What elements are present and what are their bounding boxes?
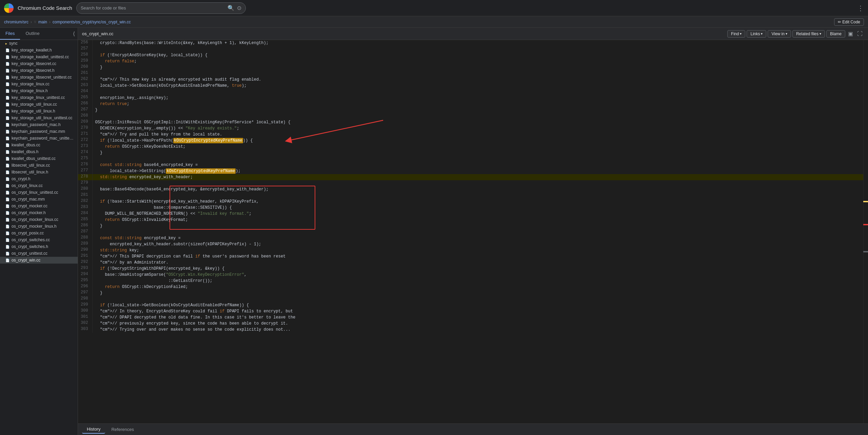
find-button[interactable]: Find ▾	[727, 30, 745, 38]
sidebar-item[interactable]: 📄key_storage_libsecret.h	[0, 67, 78, 74]
breadcrumb-branch[interactable]: main	[38, 20, 47, 24]
sidebar-item[interactable]: ▸sync	[0, 40, 78, 47]
line-number: 272	[78, 138, 92, 144]
line-number: 293	[78, 266, 92, 272]
line-code	[92, 156, 863, 162]
line-code: "cm">// Trying over and over makes no se…	[92, 327, 863, 333]
line-number: 257	[78, 46, 92, 52]
sidebar-item[interactable]: 📄os_crypt.h	[0, 175, 78, 182]
sidebar-item-label: os_crypt_switches.cc	[12, 237, 50, 242]
sidebar-item[interactable]: 📄keychain_password_mac.h	[0, 121, 78, 128]
tab-files[interactable]: Files	[0, 28, 20, 40]
sidebar-item-label: os_crypt_switches.h	[12, 244, 48, 249]
sidebar-item[interactable]: 📄os_crypt_mocker.h	[0, 209, 78, 216]
sidebar-item[interactable]: 📄keychain_password_mac_unittest.mm	[0, 135, 78, 142]
table-row: 293 if (!DecryptStringWithDPAPI(encrypte…	[78, 266, 863, 272]
sidebar-item[interactable]: 📄kwallet_dbus.cc	[0, 142, 78, 148]
blame-button[interactable]: Blame	[826, 30, 845, 38]
split-view-icon[interactable]: ▣	[847, 30, 854, 38]
sidebar-item[interactable]: 📄key_storage_linux_unittest.cc	[0, 94, 78, 101]
sidebar-item[interactable]: 📄key_storage_linux.h	[0, 87, 78, 94]
line-code: base::CompareCase::SENSITIVE)) {	[92, 205, 863, 211]
sidebar-item[interactable]: 📄os_crypt_mocker.cc	[0, 203, 78, 209]
code-container[interactable]: 256 crypto::RandBytes(base::WriteInto(&k…	[78, 40, 863, 423]
tab-history[interactable]: History	[82, 425, 105, 434]
file-icon: 📄	[5, 218, 9, 222]
sidebar-item[interactable]: 📄os_crypt_linux_unittest.cc	[0, 189, 78, 196]
sidebar-item[interactable]: 📄key_storage_libsecret_unittest.cc	[0, 74, 78, 81]
tab-outline[interactable]: Outline	[20, 28, 45, 40]
line-code: if (!DecryptStringWithDPAPI(encrypted_ke…	[92, 266, 863, 272]
sidebar-item[interactable]: 📄key_storage_util_linux.h	[0, 108, 78, 115]
sidebar-item-label: kwallet_dbus.h	[12, 149, 38, 154]
table-row: 273 return OSCrypt::kKeyDoesNotExist;	[78, 144, 863, 150]
sidebar-item[interactable]: 📄keychain_password_mac.mm	[0, 128, 78, 135]
table-row: 298	[78, 296, 863, 302]
sidebar-item[interactable]: 📄os_crypt_mocker_linux.cc	[0, 216, 78, 223]
line-code: return false;	[92, 58, 863, 64]
sidebar-item[interactable]: 📄os_crypt_switches.cc	[0, 236, 78, 243]
line-code: const std::string base64_encrypted_key =	[92, 162, 863, 168]
search-input[interactable]	[81, 5, 225, 11]
sidebar-collapse-icon[interactable]: ⟨	[70, 30, 78, 37]
breadcrumb-chromium[interactable]: chromium/src	[4, 20, 28, 24]
file-icon: 📄	[5, 258, 9, 262]
table-row: 267}	[78, 107, 863, 113]
more-options-icon[interactable]: ⋮	[857, 4, 864, 12]
sidebar-item[interactable]: 📄key_storage_kwallet.h	[0, 47, 78, 54]
sidebar-item[interactable]: 📄key_storage_linux.cc	[0, 81, 78, 87]
line-code: DCHECK(encryption_key_.empty()) << "Key …	[92, 125, 863, 131]
sidebar-item[interactable]: 📄os_crypt_win.cc	[0, 257, 78, 264]
line-code: }	[92, 107, 863, 113]
sidebar-item[interactable]: 📄os_crypt_posix.cc	[0, 230, 78, 236]
sidebar-item[interactable]: 📄os_crypt_linux.cc	[0, 182, 78, 189]
table-row: 295 ::GetLastError());	[78, 278, 863, 284]
table-row: 264	[78, 89, 863, 95]
sidebar-item[interactable]: 📄key_storage_libsecret.cc	[0, 60, 78, 67]
table-row: 265 encryption_key_.assign(key);	[78, 95, 863, 101]
table-row: 303 "cm">// Trying over and over makes n…	[78, 327, 863, 333]
sidebar-item[interactable]: 📄os_crypt_switches.h	[0, 243, 78, 250]
tab-references[interactable]: References	[106, 426, 138, 433]
sidebar-item[interactable]: 📄kwallet_dbus_unittest.cc	[0, 155, 78, 162]
edit-code-button[interactable]: ✏ Edit Code	[834, 18, 864, 26]
line-code	[92, 70, 863, 77]
breadcrumb: chromium/src › ⑂ main › components/os_cr…	[0, 16, 868, 28]
sidebar-item[interactable]: 📄key_storage_kwallet_unittest.cc	[0, 54, 78, 60]
line-number: 269	[78, 119, 92, 125]
sidebar-item[interactable]: 📄os_crypt_mocker_linux.h	[0, 223, 78, 230]
sidebar-item[interactable]: 📄kwallet_dbus.h	[0, 148, 78, 155]
line-code: ::GetLastError());	[92, 278, 863, 284]
related-files-button[interactable]: Related files ▾	[792, 30, 825, 38]
help-icon-btn[interactable]: ⊙	[237, 5, 241, 11]
table-row: 260 }	[78, 64, 863, 70]
file-icon: 📄	[5, 109, 9, 113]
search-icon-btn[interactable]: 🔍	[228, 5, 234, 11]
sidebar-item[interactable]: 📄key_storage_util_linux_unittest.cc	[0, 115, 78, 121]
sidebar-item[interactable]: 📄libsecret_util_linux.cc	[0, 162, 78, 169]
sidebar-item[interactable]: 📄key_storage_util_linux.cc	[0, 101, 78, 108]
line-code: "cm">// Try and pull the key from the lo…	[92, 131, 863, 138]
sidebar-item-label: os_crypt_mocker_linux.cc	[12, 217, 58, 222]
sidebar-item[interactable]: 📄os_crypt_mac.mm	[0, 196, 78, 203]
line-number: 258	[78, 52, 92, 58]
file-icon: 📄	[5, 177, 9, 181]
links-button[interactable]: Links ▾	[747, 30, 766, 38]
search-bar[interactable]: 🔍 ⊙	[76, 2, 246, 14]
line-code: local_state->GetString(kOsCryptEncrypted…	[92, 168, 863, 174]
file-icon: 📄	[5, 89, 9, 93]
line-code: encryption_key_.assign(key);	[92, 95, 863, 101]
line-number: 261	[78, 70, 92, 77]
file-icon: 📄	[5, 130, 9, 133]
table-row: 262 "cm">// This new key is already encr…	[78, 77, 863, 83]
breadcrumb-path[interactable]: components/os_crypt/sync/os_crypt_win.cc	[53, 20, 131, 24]
sidebar-item[interactable]: 📄libsecret_util_linux.h	[0, 169, 78, 175]
sidebar-item[interactable]: 📄os_crypt_unittest.cc	[0, 250, 78, 257]
table-row: 276 const std::string base64_encrypted_k…	[78, 162, 863, 168]
sidebar-item-label: os_crypt_linux_unittest.cc	[12, 190, 58, 195]
table-row: 257	[78, 46, 863, 52]
view-in-button[interactable]: View in ▾	[768, 30, 791, 38]
table-row: 296 return OSCrypt::kDecryptionFailed;	[78, 284, 863, 290]
line-code: return OSCrypt::kDecryptionFailed;	[92, 284, 863, 290]
expand-icon[interactable]: ⛶	[856, 30, 864, 38]
